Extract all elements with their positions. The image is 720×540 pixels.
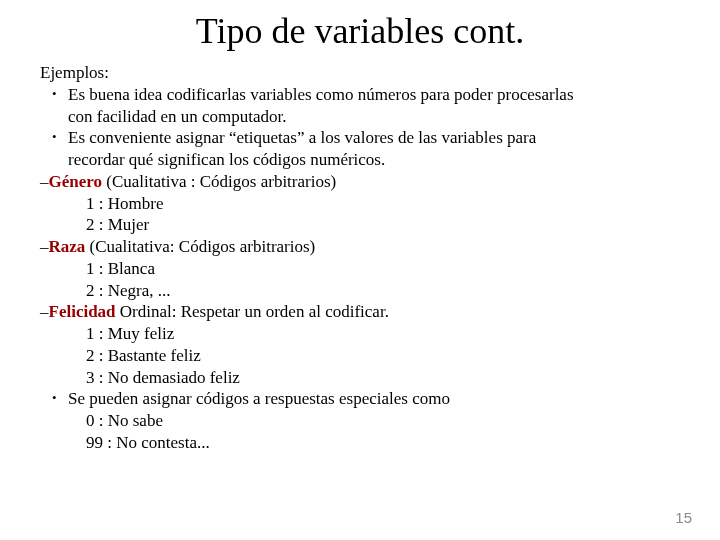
bullet-dot-icon: • (52, 86, 57, 103)
variable-felicidad: –Felicidad Ordinal: Respetar un orden al… (40, 301, 680, 323)
felicidad-code-2: 2 : Bastante feliz (40, 345, 680, 367)
felicidad-code-3: 3 : No demasiado feliz (40, 367, 680, 389)
genero-code-1: 1 : Hombre (40, 193, 680, 215)
bullet-2-text-a: Es conveniente asignar “etiquetas” a los… (68, 128, 536, 147)
special-code-2: 99 : No contesta... (40, 432, 680, 454)
felicidad-code-1: 1 : Muy feliz (40, 323, 680, 345)
bullet-3-text: Se pueden asignar códigos a respuestas e… (68, 389, 450, 408)
bullet-1-text-b: con facilidad en un computador. (40, 106, 680, 128)
variable-name: Raza (49, 237, 86, 256)
variable-desc: Ordinal: Respetar un orden al codificar. (116, 302, 389, 321)
bullet-2: • Es conveniente asignar “etiquetas” a l… (40, 127, 680, 149)
genero-code-2: 2 : Mujer (40, 214, 680, 236)
variable-desc: (Cualitativa : Códigos arbitrarios) (102, 172, 336, 191)
bullet-dot-icon: • (52, 390, 57, 407)
variable-name: Género (49, 172, 103, 191)
bullet-1-text-a: Es buena idea codificarlas variables com… (68, 85, 574, 104)
dash: – (40, 172, 49, 191)
slide-body: Ejemplos: • Es buena idea codificarlas v… (40, 62, 680, 454)
bullet-1: • Es buena idea codificarlas variables c… (40, 84, 680, 106)
variable-name: Felicidad (49, 302, 116, 321)
special-code-1: 0 : No sabe (40, 410, 680, 432)
raza-code-2: 2 : Negra, ... (40, 280, 680, 302)
bullet-dot-icon: • (52, 129, 57, 146)
dash: – (40, 237, 49, 256)
dash: – (40, 302, 49, 321)
bullet-2-text-b: recordar qué significan los códigos numé… (40, 149, 680, 171)
examples-heading: Ejemplos: (40, 62, 680, 84)
raza-code-1: 1 : Blanca (40, 258, 680, 280)
variable-genero: –Género (Cualitativa : Códigos arbitrari… (40, 171, 680, 193)
page-number: 15 (675, 509, 692, 526)
variable-raza: –Raza (Cualitativa: Códigos arbitrarios) (40, 236, 680, 258)
variable-desc: (Cualitativa: Códigos arbitrarios) (85, 237, 315, 256)
bullet-3: • Se pueden asignar códigos a respuestas… (40, 388, 680, 410)
slide-title: Tipo de variables cont. (40, 10, 680, 52)
